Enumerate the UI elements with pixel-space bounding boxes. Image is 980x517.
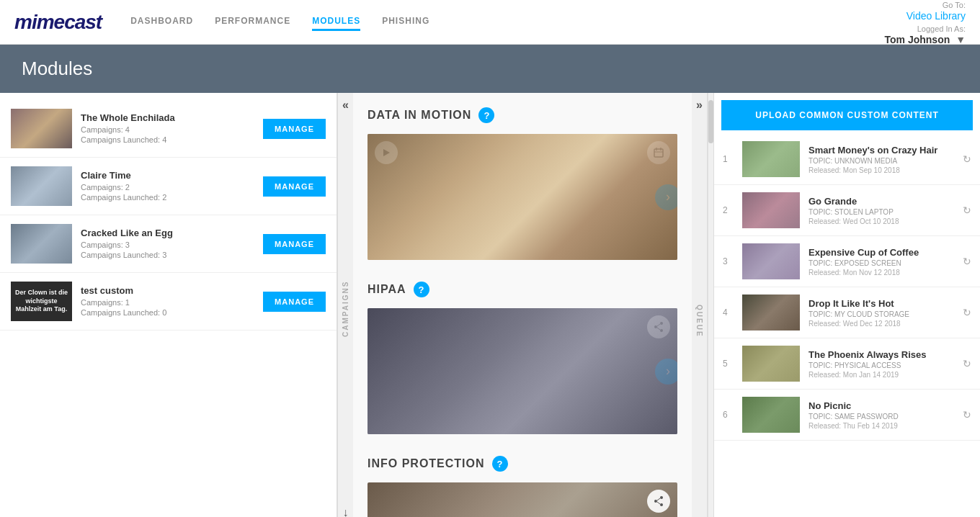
- module-video-hipaa: ›: [368, 308, 677, 434]
- module-title-hipaa: HIPAA: [368, 283, 406, 296]
- queue-item: 6 No Picnic TOPIC: SAME PASSWORD Release…: [714, 390, 980, 441]
- help-icon-hipaa[interactable]: ?: [414, 282, 429, 297]
- queue-info: Expensive Cup of Coffee TOPIC: EXPOSED S…: [808, 247, 954, 277]
- campaign-info: Claire Time Campaigns: 2 Campaigns Launc…: [81, 170, 254, 203]
- manage-button[interactable]: MANAGE: [263, 234, 326, 254]
- module-header-info: INFO PROTECTION ?: [368, 456, 677, 472]
- campaigns-tab-label: CAMPAIGNS: [342, 117, 349, 500]
- queue-date: Released: Wed Oct 10 2018: [808, 217, 954, 225]
- thumb-text: Der Clown ist die wichtigste Mahlzeit am…: [11, 286, 72, 317]
- queue-expand-arrow[interactable]: »: [696, 93, 703, 117]
- refresh-icon[interactable]: ↻: [963, 409, 971, 421]
- goto-link[interactable]: Video Library: [906, 10, 966, 22]
- campaign-count: Campaigns: 3: [81, 240, 254, 249]
- module-header-hipaa: HIPAA ?: [368, 282, 677, 297]
- queue-info: Go Grande TOPIC: STOLEN LAPTOP Released:…: [808, 196, 954, 225]
- user-dropdown-arrow: ▼: [956, 34, 966, 45]
- queue-date: Released: Mon Nov 12 2018: [808, 269, 954, 277]
- queue-thumb: [742, 192, 800, 228]
- queue-title: Drop It Like It's Hot: [808, 298, 954, 309]
- queue-panel: UPLOAD COMMON CUSTOM CONTENT 1 Smart Mon…: [713, 93, 980, 517]
- campaign-thumb: [11, 109, 72, 148]
- campaign-info: test custom Campaigns: 1 Campaigns Launc…: [81, 285, 254, 318]
- logged-in-section: Logged In As: Tom Johnson ▼: [885, 23, 966, 45]
- queue-wrapper: UPLOAD COMMON CUSTOM CONTENT 1 Smart Mon…: [708, 93, 980, 517]
- campaigns-collapse-arrow[interactable]: «: [342, 93, 349, 117]
- queue-topic: TOPIC: EXPOSED SCREEN: [808, 259, 954, 267]
- queue-topic: TOPIC: MY CLOUD STORAGE: [808, 310, 954, 318]
- campaigns-wrapper: The Whole Enchilada Campaigns: 4 Campaig…: [0, 93, 353, 517]
- campaign-launched: Campaigns Launched: 4: [81, 135, 254, 144]
- queue-title: No Picnic: [808, 400, 954, 411]
- campaign-count: Campaigns: 4: [81, 125, 254, 134]
- nav-modules[interactable]: MODULES: [312, 13, 360, 31]
- queue-topic: TOPIC: PHYSICAL ACCESS: [808, 361, 954, 369]
- queue-number: 2: [723, 205, 734, 215]
- queue-scrollbar[interactable]: [708, 93, 713, 517]
- queue-number: 3: [723, 256, 734, 266]
- campaigns-scroll-down[interactable]: ↓: [343, 500, 349, 517]
- queue-tab-label: QUEUE: [695, 117, 703, 517]
- header-right: Go To: Video Library Logged In As: Tom J…: [885, 0, 966, 45]
- manage-button[interactable]: MANAGE: [263, 292, 326, 312]
- queue-thumb: [742, 141, 800, 177]
- campaign-thumb: [11, 224, 72, 264]
- campaign-info: Cracked Like an Egg Campaigns: 3 Campaig…: [81, 228, 254, 261]
- queue-topic: TOPIC: UNKNOWN MEDIA: [808, 157, 954, 165]
- module-video-dim: ›: [368, 134, 677, 260]
- logged-in-label: Logged In As:: [917, 24, 966, 33]
- queue-info: Drop It Like It's Hot TOPIC: MY CLOUD ST…: [808, 298, 954, 328]
- campaign-name: test custom: [81, 285, 254, 296]
- campaign-count: Campaigns: 2: [81, 183, 254, 192]
- logo: mimecast: [14, 11, 102, 34]
- manage-button[interactable]: MANAGE: [263, 119, 326, 139]
- user-menu[interactable]: Tom Johnson ▼: [885, 34, 966, 45]
- module-section-info: INFO PROTECTION ?: [368, 456, 677, 517]
- module-video-info: [368, 482, 677, 517]
- queue-number: 4: [723, 307, 734, 318]
- campaign-launched: Campaigns Launched: 0: [81, 308, 254, 317]
- queue-title: Expensive Cup of Coffee: [808, 247, 954, 258]
- campaigns-panel: The Whole Enchilada Campaigns: 4 Campaig…: [0, 93, 337, 517]
- queue-number: 6: [723, 410, 734, 420]
- refresh-icon[interactable]: ↻: [963, 256, 971, 267]
- queue-title: The Phoenix Always Rises: [808, 349, 954, 360]
- refresh-icon[interactable]: ↻: [963, 307, 971, 318]
- refresh-icon[interactable]: ↻: [963, 153, 971, 165]
- queue-title: Smart Money's on Crazy Hair: [808, 145, 954, 156]
- help-icon-info[interactable]: ?: [492, 456, 508, 472]
- queue-date: Released: Mon Sep 10 2018: [808, 166, 954, 174]
- list-item: Cracked Like an Egg Campaigns: 3 Campaig…: [0, 215, 337, 273]
- queue-info: No Picnic TOPIC: SAME PASSWORD Released:…: [808, 400, 954, 430]
- queue-item: 4 Drop It Like It's Hot TOPIC: MY CLOUD …: [714, 287, 980, 338]
- list-item: Claire Time Campaigns: 2 Campaigns Launc…: [0, 158, 337, 215]
- module-title-info: INFO PROTECTION: [368, 457, 485, 470]
- refresh-icon[interactable]: ↻: [963, 204, 971, 216]
- queue-thumb: [742, 243, 800, 279]
- page-title: Modules: [22, 58, 958, 80]
- queue-item: 1 Smart Money's on Crazy Hair TOPIC: UNK…: [714, 134, 980, 185]
- queue-date: Released: Mon Jan 14 2019: [808, 371, 954, 379]
- module-title-dim: DATA IN MOTION: [368, 109, 471, 122]
- upload-content-button[interactable]: UPLOAD COMMON CUSTOM CONTENT: [721, 100, 973, 130]
- module-section-dim: DATA IN MOTION ? ›: [368, 107, 677, 260]
- nav-phishing[interactable]: PHISHING: [382, 13, 429, 31]
- help-icon-dim[interactable]: ?: [478, 107, 494, 123]
- campaign-launched: Campaigns Launched: 3: [81, 251, 254, 259]
- nav-performance[interactable]: PERFORMANCE: [215, 13, 290, 31]
- campaigns-list: The Whole Enchilada Campaigns: 4 Campaig…: [0, 93, 337, 517]
- list-item: Der Clown ist die wichtigste Mahlzeit am…: [0, 273, 337, 331]
- goto-section: Go To: Video Library: [906, 0, 966, 22]
- queue-scrollbar-thumb: [708, 100, 713, 143]
- queue-thumb: [742, 295, 800, 331]
- goto-label: Go To:: [943, 1, 966, 9]
- manage-button[interactable]: MANAGE: [263, 176, 326, 197]
- queue-info: Smart Money's on Crazy Hair TOPIC: UNKNO…: [808, 145, 954, 174]
- refresh-icon[interactable]: ↻: [963, 358, 971, 369]
- campaign-count: Campaigns: 1: [81, 298, 254, 307]
- queue-thumb: [742, 346, 800, 382]
- main-nav: DASHBOARD PERFORMANCE MODULES PHISHING: [130, 13, 884, 31]
- nav-dashboard[interactable]: DASHBOARD: [130, 13, 193, 31]
- queue-number: 5: [723, 359, 734, 369]
- list-item: The Whole Enchilada Campaigns: 4 Campaig…: [0, 100, 337, 158]
